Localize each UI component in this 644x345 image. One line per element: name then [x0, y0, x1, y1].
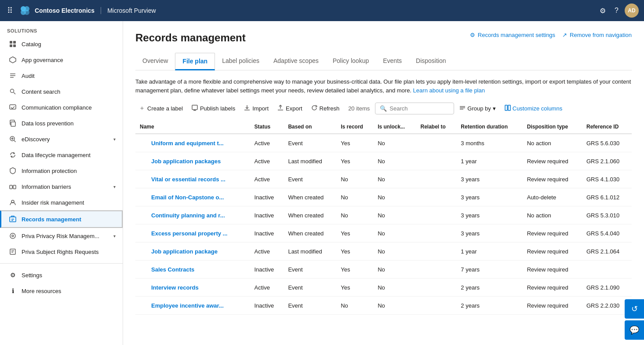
table-row: ⋮ Interview records Active Event Yes No … [135, 279, 632, 297]
cell-is-unlock-4: No [373, 206, 416, 224]
publish-labels-btn[interactable]: Publish labels [188, 102, 239, 115]
avatar[interactable]: AD [625, 4, 639, 18]
row-name-3[interactable]: Email of Non-Capstone o... [151, 194, 224, 201]
cell-relabel-to-1 [416, 152, 457, 170]
sidebar-item-information-protection[interactable]: Information protection [0, 163, 123, 179]
sidebar-item-more-resources[interactable]: ℹ More resources [0, 283, 123, 299]
cell-retention-duration-1: 1 year [456, 152, 522, 170]
row-name-8[interactable]: Interview records [151, 284, 199, 291]
cell-reference-id-1: GRS 2.1.060 [582, 152, 632, 170]
col-name: Name [135, 120, 250, 134]
cell-disposition-type-7: Review required [523, 261, 582, 279]
content-search-label: Content search [22, 88, 116, 95]
table-row: ⋮ Sales Contracts Inactive Event Yes No … [135, 261, 632, 279]
row-name-5[interactable]: Excess personal property ... [151, 230, 227, 237]
search-input[interactable] [389, 105, 449, 112]
sidebar-item-ediscovery[interactable]: eDiscovery ▾ [0, 131, 123, 147]
tab-disposition[interactable]: Disposition [409, 53, 453, 70]
import-label: Import [252, 105, 269, 112]
cell-relabel-to-8 [416, 279, 457, 297]
sidebar-item-priva-subject[interactable]: Priva Subject Rights Requests [0, 244, 123, 260]
priva-subject-label: Priva Subject Rights Requests [22, 249, 116, 255]
toolbar: ＋ Create a label Publish labels Import [135, 102, 632, 115]
audit-icon [8, 71, 17, 80]
cell-is-unlock-9: No [373, 297, 416, 315]
learn-link[interactable]: Learn about using a file plan [413, 87, 485, 94]
tab-adaptive-scopes[interactable]: Adaptive scopes [266, 53, 326, 70]
tab-policy-lookup[interactable]: Policy lookup [326, 53, 376, 70]
cell-is-unlock-0: No [373, 134, 416, 152]
import-btn[interactable]: Import [240, 102, 272, 115]
group-by-btn[interactable]: Group by ▾ [456, 103, 499, 114]
row-name-4[interactable]: Continuity planning and r... [151, 212, 225, 219]
create-label-icon: ＋ [139, 104, 145, 112]
information-barriers-icon [8, 182, 17, 191]
tab-overview[interactable]: Overview [135, 53, 175, 70]
settings-icon-btn[interactable]: ⚙ [597, 4, 608, 18]
tab-label-policies[interactable]: Label policies [215, 53, 266, 70]
rm-settings-btn[interactable]: ⚙ Records management settings [470, 32, 555, 38]
sidebar-item-communication-compliance[interactable]: Communication compliance [0, 99, 123, 115]
create-label-label: Create a label [147, 105, 183, 112]
tab-events[interactable]: Events [376, 53, 409, 70]
row-name-9[interactable]: Employee incentive awar... [151, 302, 224, 309]
row-name-7[interactable]: Sales Contracts [151, 266, 194, 273]
row-name-1[interactable]: Job application packages [151, 158, 221, 165]
create-label-btn[interactable]: ＋ Create a label [135, 102, 186, 115]
sidebar-item-information-barriers[interactable]: Information barriers ▾ [0, 179, 123, 195]
refresh-btn[interactable]: Refresh [308, 102, 343, 115]
sidebar-item-settings[interactable]: ⚙ Settings [0, 267, 123, 283]
cell-disposition-type-5: Review required [523, 224, 582, 242]
data-loss-prevention-label: Data loss prevention [22, 120, 116, 127]
cell-retention-duration-7: 7 years [456, 261, 522, 279]
help-icon-btn[interactable]: ? [612, 4, 621, 17]
settings-label: Settings [22, 272, 116, 279]
brand-name: Contoso Electronics [35, 7, 95, 14]
sidebar-item-records-management[interactable]: Records management [0, 210, 123, 228]
cell-name-3: ⋮ Email of Non-Capstone o... [135, 188, 250, 206]
row-name-6[interactable]: Job application package [151, 248, 218, 255]
cell-reference-id-4: GRS 5.3.010 [582, 206, 632, 224]
sidebar-item-insider-risk[interactable]: Insider risk management [0, 195, 123, 210]
row-name-2[interactable]: Vital or essential records ... [151, 176, 226, 183]
cell-disposition-type-8: Review required [523, 279, 582, 297]
cell-disposition-type-4: No action [523, 206, 582, 224]
sidebar-item-content-search[interactable]: Content search [0, 84, 123, 99]
file-plan-table: Name Status Based on Is record Is unlock… [135, 120, 632, 315]
data-lifecycle-icon [8, 150, 17, 159]
customize-columns-icon [505, 105, 511, 112]
cell-retention-duration-5: 3 years [456, 224, 522, 242]
fab-chat[interactable]: 💬 [625, 320, 644, 340]
refresh-label: Refresh [320, 105, 340, 112]
waffle-icon[interactable]: ⠿ [5, 4, 15, 17]
cell-disposition-type-2: Review required [523, 170, 582, 188]
svg-rect-43 [505, 105, 507, 110]
sidebar-item-priva-privacy[interactable]: Priva Privacy Risk Managem... ▾ [0, 228, 123, 244]
sidebar-item-app-governance[interactable]: App governance [0, 52, 123, 68]
cell-name-9: ⋮ Employee incentive awar... [135, 297, 250, 315]
sidebar-item-audit[interactable]: Audit [0, 68, 123, 84]
cell-based-on-6: Last modified [284, 242, 336, 261]
tab-file-plan[interactable]: File plan [175, 53, 215, 70]
sidebar-item-catalog[interactable]: Catalog [0, 36, 123, 52]
cell-based-on-5: When created [284, 224, 336, 242]
remove-nav-icon: ↗ [562, 32, 567, 38]
sidebar-item-data-loss-prevention[interactable]: Data loss prevention [0, 115, 123, 131]
remove-nav-btn[interactable]: ↗ Remove from navigation [562, 32, 632, 38]
row-name-0[interactable]: Uniform and equipment t... [151, 140, 224, 147]
export-btn[interactable]: Export [274, 102, 306, 115]
ediscovery-label: eDiscovery [22, 136, 109, 143]
svg-rect-22 [13, 185, 16, 189]
cell-is-record-3: No [336, 188, 373, 206]
audit-label: Audit [22, 73, 116, 79]
cell-reference-id-6: GRS 2.1.064 [582, 242, 632, 261]
sidebar-item-data-lifecycle[interactable]: Data lifecycle management [0, 147, 123, 163]
content-search-icon [8, 87, 17, 96]
customize-columns-btn[interactable]: Customize columns [501, 103, 566, 114]
col-is-record: Is record [336, 120, 373, 134]
cell-name-6: ⋮ Job application package [135, 242, 250, 261]
fab-refresh[interactable]: ↺ [625, 299, 644, 319]
search-box[interactable]: 🔍 [375, 103, 454, 114]
cell-based-on-0: Event [284, 134, 336, 152]
cell-name-1: ⋮ Job application packages [135, 152, 250, 170]
